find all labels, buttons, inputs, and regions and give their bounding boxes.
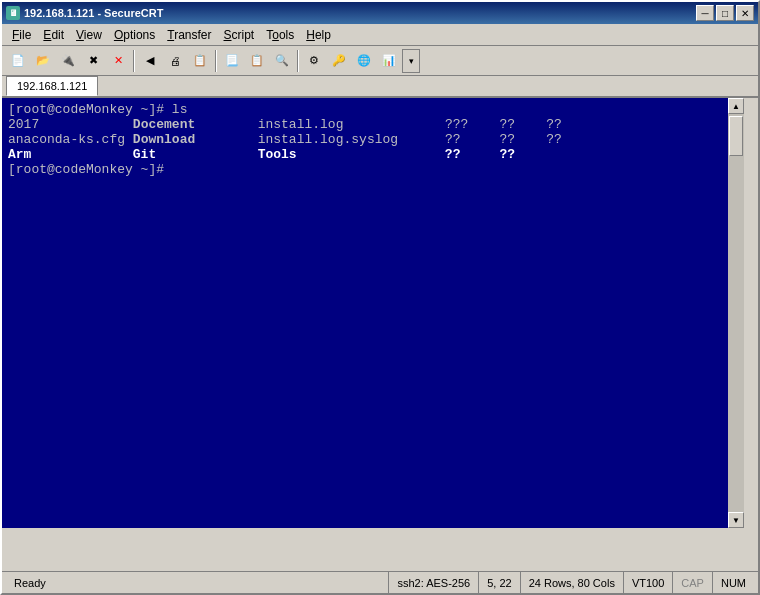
status-num: NUM: [713, 572, 754, 593]
app-icon: 🖥: [6, 6, 20, 20]
status-cap: CAP: [673, 572, 713, 593]
title-buttons: ─ □ ✕: [696, 5, 754, 21]
title-bar: 🖥 192.168.1.121 - SecureCRT ─ □ ✕: [2, 2, 758, 24]
terminal-container[interactable]: [root@codeMonkey ~]# ls 2017 Docement in…: [2, 98, 744, 528]
tb-open-button[interactable]: 📂: [31, 49, 55, 73]
tb-back-button[interactable]: ◀: [138, 49, 162, 73]
status-cursor-text: 5, 22: [487, 577, 511, 589]
terminal-line-5: [root@codeMonkey ~]#: [8, 162, 172, 177]
status-num-text: NUM: [721, 577, 746, 589]
tb-key-button[interactable]: 🔑: [327, 49, 351, 73]
tab-bar: 192.168.1.121: [2, 76, 758, 98]
status-bar: Ready ssh2: AES-256 5, 22 24 Rows, 80 Co…: [2, 571, 758, 593]
window-title: 192.168.1.121 - SecureCRT: [24, 7, 163, 19]
tab-session[interactable]: 192.168.1.121: [6, 76, 98, 96]
menu-options[interactable]: Options: [108, 26, 161, 44]
status-terminal-text: VT100: [632, 577, 664, 589]
tb-new-button[interactable]: 📄: [6, 49, 30, 73]
status-terminal: VT100: [624, 572, 673, 593]
menu-bar: File Edit View Options Transfer Script T…: [2, 24, 758, 46]
restore-button[interactable]: □: [716, 5, 734, 21]
toolbar-separator-3: [297, 50, 299, 72]
close-button[interactable]: ✕: [736, 5, 754, 21]
terminal-line-2: 2017 Docement install.log ??? ?? ??: [8, 117, 562, 132]
menu-file[interactable]: File: [6, 26, 37, 44]
status-cursor: 5, 22: [479, 572, 520, 593]
terminal-scrollbar: ▲ ▼: [728, 98, 744, 528]
status-ready: Ready: [6, 572, 389, 593]
toolbar-dropdown[interactable]: ▾: [402, 49, 420, 73]
menu-script[interactable]: Script: [218, 26, 261, 44]
main-window: 🖥 192.168.1.121 - SecureCRT ─ □ ✕ File E…: [0, 0, 760, 595]
tb-connect-button[interactable]: 🔌: [56, 49, 80, 73]
tb-copy-button[interactable]: 📃: [220, 49, 244, 73]
terminal-output[interactable]: [root@codeMonkey ~]# ls 2017 Docement in…: [2, 98, 728, 528]
tb-find-button[interactable]: 🔍: [270, 49, 294, 73]
scroll-track[interactable]: [728, 114, 744, 512]
toolbar-separator-1: [133, 50, 135, 72]
menu-transfer[interactable]: Transfer: [161, 26, 217, 44]
minimize-button[interactable]: ─: [696, 5, 714, 21]
status-encryption-text: ssh2: AES-256: [397, 577, 470, 589]
tb-info-button[interactable]: 📊: [377, 49, 401, 73]
tb-globe-button[interactable]: 🌐: [352, 49, 376, 73]
scroll-up-button[interactable]: ▲: [728, 98, 744, 114]
scroll-down-button[interactable]: ▼: [728, 512, 744, 528]
scroll-thumb[interactable]: [729, 116, 743, 156]
terminal-line-4: Arm Git Tools ?? ??: [8, 147, 515, 162]
status-dimensions: 24 Rows, 80 Cols: [521, 572, 624, 593]
tb-x-button[interactable]: ✕: [106, 49, 130, 73]
menu-help[interactable]: Help: [300, 26, 337, 44]
status-encryption: ssh2: AES-256: [389, 572, 479, 593]
status-ready-text: Ready: [14, 577, 46, 589]
tb-disconnect-button[interactable]: ✖: [81, 49, 105, 73]
tb-paste-button[interactable]: 📋: [245, 49, 269, 73]
toolbar: 📄 📂 🔌 ✖ ✕ ◀ 🖨 📋 📃 📋 🔍 ⚙ 🔑 🌐 📊 ▾: [2, 46, 758, 76]
tb-print-button[interactable]: 🖨: [163, 49, 187, 73]
tab-label: 192.168.1.121: [17, 80, 87, 92]
tb-settings-button[interactable]: ⚙: [302, 49, 326, 73]
toolbar-separator-2: [215, 50, 217, 72]
status-dimensions-text: 24 Rows, 80 Cols: [529, 577, 615, 589]
status-cap-text: CAP: [681, 577, 704, 589]
content-area: [root@codeMonkey ~]# ls 2017 Docement in…: [2, 98, 758, 571]
menu-tools[interactable]: Tools: [260, 26, 300, 44]
title-bar-left: 🖥 192.168.1.121 - SecureCRT: [6, 6, 163, 20]
menu-edit[interactable]: Edit: [37, 26, 70, 44]
terminal-line-3: anaconda-ks.cfg Download install.log.sys…: [8, 132, 562, 147]
tb-print2-button[interactable]: 📋: [188, 49, 212, 73]
menu-view[interactable]: View: [70, 26, 108, 44]
terminal-line-1: [root@codeMonkey ~]# ls: [8, 102, 187, 117]
